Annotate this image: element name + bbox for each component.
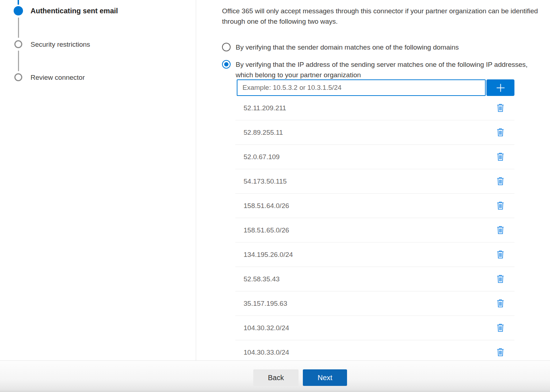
ip-address-list: 52.11.209.211 52.89.255.11: [235, 96, 514, 360]
ip-list-item: 52.58.35.43: [235, 267, 514, 291]
step-active-dot: [14, 6, 23, 15]
main-panel: Office 365 will only accept messages thr…: [222, 0, 550, 360]
stepper-connector-previous: [18, 0, 19, 5]
trash-icon: [497, 153, 504, 161]
ip-list-item: 52.11.209.211: [235, 96, 514, 120]
trash-icon: [497, 324, 504, 332]
stepper-item-security-restrictions[interactable]: Security restrictions: [31, 41, 90, 49]
ip-value: 54.173.50.115: [244, 177, 287, 185]
stepper-item-review-connector[interactable]: Review connector: [31, 74, 85, 82]
ip-list-item: 54.173.50.115: [235, 169, 514, 194]
delete-ip-button[interactable]: [496, 299, 505, 308]
intro-text: Office 365 will only accept messages thr…: [222, 6, 550, 27]
delete-ip-button[interactable]: [496, 128, 505, 137]
trash-icon: [497, 275, 504, 283]
ip-value: 158.51.65.0/26: [244, 226, 289, 234]
ip-value: 134.195.26.0/24: [244, 251, 293, 259]
trash-icon: [497, 348, 504, 356]
plus-icon: [495, 83, 506, 93]
back-button[interactable]: Back: [253, 369, 299, 386]
ip-address-input[interactable]: [237, 79, 486, 96]
stepper-connector-1: [18, 18, 19, 38]
next-button[interactable]: Next: [303, 369, 347, 386]
wizard-footer: Back Next: [0, 360, 550, 392]
trash-icon: [497, 177, 504, 185]
option-sender-domain[interactable]: By verifying that the sender domain matc…: [222, 42, 459, 52]
add-ip-button[interactable]: [486, 79, 514, 96]
ip-list-item: 104.30.32.0/24: [235, 316, 514, 340]
ip-list-item: 104.30.33.0/24: [235, 340, 514, 360]
ip-list-item: 52.0.67.109: [235, 145, 514, 169]
ip-list-item: 52.89.255.11: [235, 120, 514, 145]
option-sender-domain-label: By verifying that the sender domain matc…: [236, 42, 459, 52]
ip-value: 158.51.64.0/26: [244, 202, 289, 210]
delete-ip-button[interactable]: [496, 225, 505, 235]
trash-icon: [497, 299, 504, 308]
ip-list-item: 35.157.195.63: [235, 291, 514, 316]
wizard-stepper: Authenticating sent email Security restr…: [0, 0, 196, 360]
ip-value: 52.89.255.11: [244, 129, 283, 137]
ip-list-item: 134.195.26.0/24: [235, 243, 514, 267]
delete-ip-button[interactable]: [496, 250, 505, 259]
step-upcoming-dot-security: [14, 40, 22, 48]
content-divider: [196, 0, 196, 360]
ip-list-item: 158.51.65.0/26: [235, 218, 514, 243]
ip-value: 52.11.209.211: [244, 104, 286, 112]
ip-value: 104.30.32.0/24: [244, 324, 289, 332]
radio-selected-icon[interactable]: [222, 60, 231, 69]
trash-icon: [497, 226, 504, 234]
delete-ip-button[interactable]: [496, 152, 505, 162]
delete-ip-button[interactable]: [496, 347, 505, 357]
ip-value: 52.0.67.109: [244, 153, 279, 161]
trash-icon: [497, 250, 504, 259]
ip-value: 52.58.35.43: [244, 275, 279, 283]
option-ip-address[interactable]: By verifying that the IP address of the …: [222, 59, 531, 80]
option-ip-address-label: By verifying that the IP address of the …: [236, 59, 531, 80]
delete-ip-button[interactable]: [496, 176, 505, 186]
radio-unselected-icon[interactable]: [222, 43, 231, 51]
ip-list-item: 158.51.64.0/26: [235, 194, 514, 218]
trash-icon: [497, 202, 504, 210]
ip-value: 35.157.195.63: [244, 300, 287, 308]
delete-ip-button[interactable]: [496, 103, 505, 113]
ip-entry-row: [237, 79, 514, 96]
connector-wizard-page: Authenticating sent email Security restr…: [0, 0, 550, 392]
trash-icon: [497, 104, 504, 112]
ip-value: 104.30.33.0/24: [244, 349, 289, 356]
step-upcoming-dot-review: [14, 73, 22, 81]
delete-ip-button[interactable]: [496, 274, 505, 284]
stepper-item-authenticating-sent-email[interactable]: Authenticating sent email: [31, 7, 118, 15]
delete-ip-button[interactable]: [496, 323, 505, 333]
delete-ip-button[interactable]: [496, 201, 505, 211]
trash-icon: [497, 128, 504, 137]
stepper-connector-2: [18, 51, 19, 71]
